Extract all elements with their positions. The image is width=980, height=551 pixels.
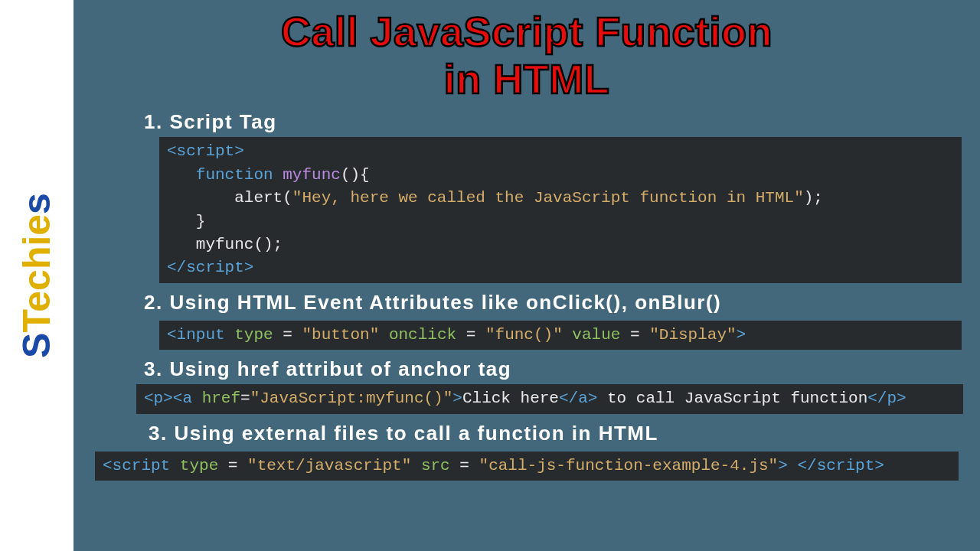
code-token: <script bbox=[103, 457, 170, 474]
code-token: = bbox=[240, 390, 250, 407]
code-token: } bbox=[167, 213, 205, 230]
code-token: type bbox=[225, 326, 273, 344]
code-token: myfunc(); bbox=[167, 236, 283, 253]
code-token: </a> bbox=[559, 390, 597, 407]
code-token: = bbox=[456, 326, 485, 344]
code-token: > bbox=[778, 457, 788, 474]
code-token: href bbox=[192, 390, 240, 407]
code-token: "JavaScript:myfunc()" bbox=[250, 390, 453, 407]
code-token: type bbox=[170, 457, 218, 474]
code-token: "Hey, here we called the JavaScript func… bbox=[292, 189, 804, 207]
page-root: STechies Call JavaScript Functionin HTML… bbox=[0, 0, 980, 551]
code-token: (){ bbox=[341, 166, 370, 184]
heading-2: 2. Using HTML Event Attributes like onCl… bbox=[90, 291, 963, 315]
main-panel: Call JavaScript Functionin HTML 1. Scrip… bbox=[74, 0, 980, 551]
code-token bbox=[167, 166, 196, 184]
page-title: Call JavaScript Functionin HTML bbox=[90, 8, 963, 103]
code-token: ); bbox=[804, 189, 823, 207]
brand-logo: STechies bbox=[15, 193, 59, 358]
code-block-anchor-href: <p><a href="JavaScript:myfunc()">Click h… bbox=[136, 384, 963, 413]
logo-part-s2: s bbox=[15, 193, 58, 214]
code-token: <a bbox=[173, 390, 192, 407]
code-token: myfunc bbox=[283, 166, 341, 184]
logo-part-s1: S bbox=[15, 333, 58, 358]
code-block-script-tag: <script> function myfunc(){ alert("Hey, … bbox=[159, 137, 962, 283]
code-token: "call-js-function-example-4.js" bbox=[479, 457, 779, 474]
code-token: = bbox=[273, 326, 302, 344]
code-token: > bbox=[452, 390, 462, 407]
code-token: "text/javascript" bbox=[247, 457, 411, 474]
code-token: </script> bbox=[167, 259, 253, 276]
code-token: onclick bbox=[379, 326, 456, 344]
code-token: = bbox=[620, 326, 649, 344]
code-block-event-attr: <input type = "button" onclick = "func()… bbox=[159, 321, 962, 350]
code-token: value bbox=[563, 326, 621, 344]
code-token: = bbox=[218, 457, 247, 474]
code-token: to call JavaScript function bbox=[597, 390, 867, 407]
code-token: </p> bbox=[867, 390, 906, 407]
code-token bbox=[788, 457, 798, 474]
code-token: "func()" bbox=[485, 326, 563, 344]
code-token: = bbox=[450, 457, 479, 474]
code-token: <script> bbox=[167, 142, 244, 160]
code-token: Click here bbox=[462, 390, 559, 407]
code-token: src bbox=[411, 457, 449, 474]
code-token: alert( bbox=[167, 189, 292, 207]
sidebar: STechies bbox=[0, 0, 74, 551]
code-token: "button" bbox=[302, 326, 379, 344]
code-block-external-file: <script type = "text/javascript" src = "… bbox=[95, 452, 959, 481]
code-token: function bbox=[196, 166, 273, 184]
code-token: </script> bbox=[797, 457, 884, 474]
heading-1: 1. Script Tag bbox=[90, 110, 963, 134]
heading-4: 3. Using external files to call a functi… bbox=[90, 422, 963, 445]
code-token: <p> bbox=[144, 390, 173, 407]
heading-3: 3. Using href attribut of anchor tag bbox=[90, 357, 963, 381]
code-token: <input bbox=[167, 326, 225, 344]
code-token bbox=[273, 166, 283, 184]
code-token: "Display" bbox=[649, 326, 736, 344]
logo-part-mid: Techie bbox=[15, 214, 58, 333]
code-token: > bbox=[737, 326, 746, 344]
